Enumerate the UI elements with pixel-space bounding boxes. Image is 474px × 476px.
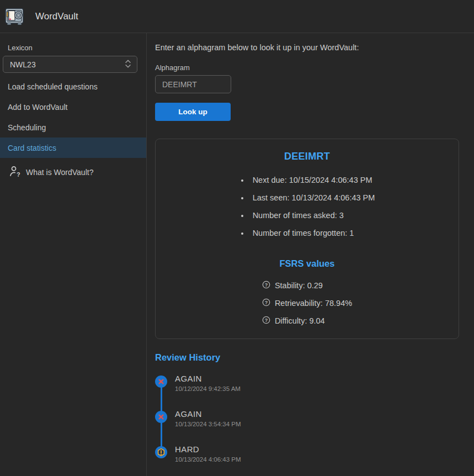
- review-rating: AGAIN: [175, 374, 241, 383]
- fsrs-difficulty-value: Difficulty: 9.04: [275, 316, 325, 325]
- help-circle-icon[interactable]: ?: [262, 281, 270, 290]
- instruction-text: Enter an alphagram below to look it up i…: [155, 43, 474, 52]
- stat-last-seen: Last seen: 10/13/2024 4:06:43 PM: [249, 193, 375, 203]
- review-rating: AGAIN: [175, 409, 241, 419]
- fsrs-row-difficulty: ? Difficulty: 9.04: [262, 316, 352, 326]
- main-content: Enter an alphagram below to look it up i…: [147, 33, 474, 476]
- review-entry: AGAIN 10/12/2024 9:42:35 AM: [155, 374, 474, 409]
- svg-text:?: ?: [265, 300, 268, 305]
- sidebar-item-load-scheduled-questions[interactable]: Load scheduled questions: [0, 76, 146, 97]
- review-entry: AGAIN 10/13/2024 3:54:34 PM: [155, 409, 474, 445]
- alphagram-label: Alphagram: [155, 64, 474, 72]
- review-history-heading: Review History: [155, 352, 474, 363]
- lexicon-selected-value: NWL23: [10, 60, 36, 69]
- svg-text:?: ?: [265, 318, 268, 323]
- stat-next-due: Next due: 10/15/2024 4:06:43 PM: [249, 175, 375, 186]
- again-x-icon: [155, 375, 167, 388]
- person-question-icon: ?: [9, 165, 22, 179]
- review-history-timeline: AGAIN 10/12/2024 9:42:35 AM AGAIN 10/13/…: [155, 374, 474, 476]
- fsrs-row-stability: ? Stability: 0.29: [262, 281, 352, 290]
- sidebar-item-card-statistics[interactable]: Card statistics: [0, 137, 146, 158]
- sidebar-item-add-to-wordvault[interactable]: Add to WordVault: [0, 97, 146, 117]
- app-header: WordVault: [0, 0, 474, 33]
- svg-text:?: ?: [265, 282, 268, 288]
- lexicon-select[interactable]: NWL23: [3, 56, 137, 73]
- app-title: WordVault: [35, 11, 78, 22]
- lookup-button[interactable]: Look up: [155, 103, 231, 121]
- wordvault-logo-icon: [4, 7, 24, 27]
- fsrs-values-heading: FSRS values: [156, 258, 459, 269]
- card-stats-list: Next due: 10/15/2024 4:06:43 PM Last see…: [239, 175, 375, 239]
- help-link-label: What is WordVault?: [26, 168, 93, 177]
- review-rating: HARD: [175, 445, 241, 454]
- unfold-chevrons-icon: [125, 59, 131, 70]
- fsrs-stability-value: Stability: 0.29: [275, 281, 323, 290]
- card-statistics-panel: DEEIMRT Next due: 10/15/2024 4:06:43 PM …: [155, 139, 459, 339]
- sidebar: Lexicon NWL23 Load scheduled questions A…: [0, 33, 147, 476]
- alphagram-input[interactable]: [155, 75, 231, 93]
- review-timestamp: 10/13/2024 4:06:43 PM: [175, 456, 241, 463]
- card-alphagram-title: DEEIMRT: [156, 151, 459, 162]
- help-circle-icon[interactable]: ?: [262, 316, 270, 326]
- fsrs-row-retrievability: ? Retrievability: 78.94%: [262, 298, 352, 308]
- lexicon-label: Lexicon: [0, 44, 146, 52]
- sidebar-item-scheduling[interactable]: Scheduling: [0, 117, 146, 137]
- again-x-icon: [155, 411, 167, 423]
- help-circle-icon[interactable]: ?: [262, 298, 270, 308]
- stat-times-asked: Number of times asked: 3: [249, 210, 375, 221]
- review-entry: HARD 10/13/2024 4:06:43 PM: [155, 445, 474, 476]
- review-timestamp: 10/12/2024 9:42:35 AM: [175, 385, 241, 392]
- stat-times-forgotten: Number of times forgotten: 1: [249, 228, 375, 239]
- hard-warning-icon: [155, 446, 167, 458]
- svg-text:?: ?: [17, 171, 20, 178]
- sidebar-nav: Load scheduled questions Add to WordVaul…: [0, 76, 146, 158]
- fsrs-retrievability-value: Retrievability: 78.94%: [275, 299, 352, 308]
- fsrs-values-block: ? Stability: 0.29 ? Retrievability: 78.9…: [262, 281, 352, 326]
- sidebar-item-what-is-wordvault[interactable]: ? What is WordVault?: [0, 162, 146, 182]
- review-timestamp: 10/13/2024 3:54:34 PM: [175, 421, 241, 427]
